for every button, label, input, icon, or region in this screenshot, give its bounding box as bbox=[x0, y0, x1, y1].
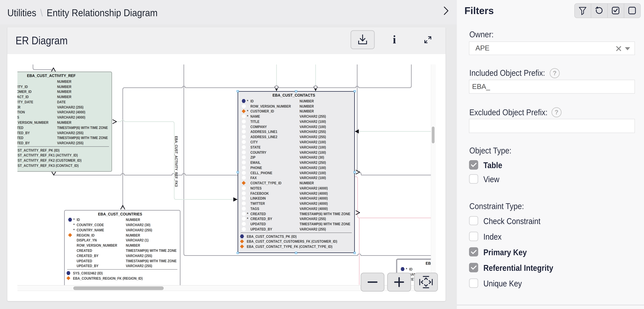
svg-text:EBA_CUST_ACTIVITY_REF_FK3: EBA_CUST_ACTIVITY_REF_FK3 bbox=[174, 136, 178, 187]
